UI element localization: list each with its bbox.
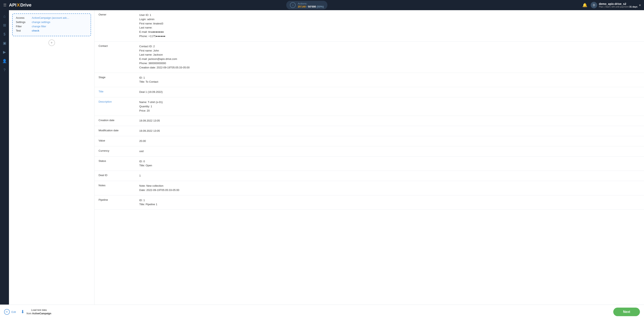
source-test-row: Test check [16, 29, 87, 32]
table-row: Creation date19.09.2022 13:05 [94, 116, 644, 126]
filter-label: Filter [16, 25, 30, 28]
main-layout: ⌂ ⊞ $ ▣ ▶ 👤 ? Access ActiveCampaign (acc… [0, 10, 644, 304]
table-row: TitleDeal 1 (19.09.2022) [94, 87, 644, 97]
sidebar-item-help[interactable]: ? [1, 66, 8, 74]
row-label: Owner [94, 10, 135, 41]
row-label: Notes [94, 181, 135, 195]
row-value: Note: New collectionDate: 2022-09-19T05:… [135, 181, 644, 195]
change-settings-link[interactable]: change settings [32, 20, 50, 24]
sidebar-item-grid[interactable]: ⊞ [1, 22, 8, 29]
row-label: Title [94, 87, 135, 97]
row-value: 19.09.2022 13:05 [135, 116, 644, 126]
footer: ✏ Edit ⬇ Load test data from ActiveCampa… [0, 304, 644, 319]
load-line2: from ActiveCampaign [26, 312, 51, 315]
row-value: ID: 0Title: Open [135, 156, 644, 171]
table-row: Value20.00 [94, 136, 644, 146]
row-label: Deal ID [94, 171, 135, 181]
sidebar-item-user[interactable]: 👤 [1, 58, 8, 65]
footer-left: ✏ Edit ⬇ Load test data from ActiveCampa… [4, 308, 51, 315]
actions-badge: i Actions: 25'140 / 50'000 (50%) [286, 1, 328, 9]
row-value: ID: 1Title: To Contact [135, 73, 644, 87]
row-value: 1 [135, 171, 644, 181]
actions-count: 25'140 / 50'000 (50%) [298, 5, 324, 8]
user-info: D demo_apix-drive_s2 Plan | Start | left… [591, 2, 641, 8]
sidebar: ⌂ ⊞ $ ▣ ▶ 👤 ? [0, 10, 9, 304]
right-panel: OwnerUser ID: 1Login: adminFirst name: t… [94, 10, 644, 304]
header: ☰ API X Drive i Actions: 25'140 / 50'000… [0, 0, 644, 10]
row-value: 19.09.2022 13:05 [135, 126, 644, 136]
edit-label: Edit [12, 310, 16, 314]
hamburger-icon[interactable]: ☰ [3, 3, 6, 7]
row-label: Contact [94, 41, 135, 73]
bell-icon[interactable]: 🔔 [582, 3, 588, 8]
settings-label: Settings [16, 20, 30, 24]
source-filter-row: Filter change filter [16, 25, 87, 28]
edit-icon: ✏ [4, 309, 10, 315]
table-row: PipelineID: 1Title: Pipeline 1 [94, 195, 644, 210]
row-value: Contact ID: 2First name: JohnLast name: … [135, 41, 644, 73]
sidebar-item-play[interactable]: ▶ [1, 48, 8, 56]
table-row: OwnerUser ID: 1Login: adminFirst name: t… [94, 10, 644, 41]
add-button[interactable]: + [48, 40, 55, 46]
load-line1: Load test data [26, 308, 51, 312]
row-value: Name: T-shirt (s-01)Quantity: 1Price: 20 [135, 97, 644, 116]
load-test-data-button[interactable]: ⬇ Load test data from ActiveCampaign [21, 308, 51, 315]
header-left: ☰ API X Drive [3, 2, 31, 8]
actions-separator: / [306, 5, 308, 8]
avatar: D [591, 2, 597, 8]
sidebar-item-dollar[interactable]: $ [1, 30, 8, 38]
table-row: Currencyusd [94, 146, 644, 156]
row-label: Status [94, 156, 135, 171]
table-row: DescriptionName: T-shirt (s-01)Quantity:… [94, 97, 644, 116]
row-label: Description [94, 97, 135, 116]
info-icon: i [290, 2, 296, 8]
logo-drive: Drive [20, 2, 31, 8]
actions-text: Actions: 25'140 / 50'000 (50%) [298, 2, 324, 8]
source-settings-row: Settings change settings [16, 20, 87, 24]
logo: API X Drive [9, 2, 31, 8]
actions-used: 25'140 [298, 5, 306, 8]
access-value[interactable]: ActiveCampaign (account adc... [32, 16, 69, 19]
user-plan: Plan | Start | left until payment 31 day… [599, 6, 638, 8]
row-label: Currency [94, 146, 135, 156]
actions-label: Actions: [298, 2, 324, 5]
logo-api: API [9, 2, 16, 8]
sidebar-item-briefcase[interactable]: ▣ [1, 40, 8, 47]
row-label: Value [94, 136, 135, 146]
actions-total: 50'000 [308, 5, 316, 8]
table-row: Deal ID1 [94, 171, 644, 181]
header-right: 🔔 D demo_apix-drive_s2 Plan | Start | le… [582, 2, 641, 8]
row-label: Creation date [94, 116, 135, 126]
sidebar-item-home[interactable]: ⌂ [1, 12, 8, 20]
row-value: User ID: 1Login: adminFirst name: tinate… [135, 10, 644, 41]
user-details: demo_apix-drive_s2 Plan | Start | left u… [599, 2, 638, 8]
test-label: Test [16, 29, 30, 32]
row-value: Deal 1 (19.09.2022) [135, 87, 644, 97]
table-row: NotesNote: New collectionDate: 2022-09-1… [94, 181, 644, 195]
change-filter-link[interactable]: change filter [32, 25, 46, 28]
table-row: StageID: 1Title: To Contact [94, 73, 644, 87]
check-link[interactable]: check [32, 29, 39, 32]
row-value: usd [135, 146, 644, 156]
download-icon: ⬇ [21, 309, 24, 314]
row-value: 20.00 [135, 136, 644, 146]
table-row: ContactContact ID: 2First name: JohnLast… [94, 41, 644, 73]
access-label: Access [16, 16, 30, 19]
user-name: demo_apix-drive_s2 [599, 2, 638, 6]
load-text: Load test data from ActiveCampaign [26, 308, 51, 315]
table-row: Modification date19.09.2022 13:05 [94, 126, 644, 136]
row-label: Stage [94, 73, 135, 87]
edit-button[interactable]: ✏ Edit [4, 309, 16, 315]
logo-x: X [17, 2, 20, 8]
content-area: Access ActiveCampaign (account adc... Se… [9, 10, 644, 304]
detail-table: OwnerUser ID: 1Login: adminFirst name: t… [94, 10, 644, 210]
chevron-down-icon[interactable]: ▾ [639, 3, 641, 7]
source-card: Access ActiveCampaign (account adc... Se… [12, 14, 91, 36]
row-value: ID: 1Title: Pipeline 1 [135, 195, 644, 210]
table-row: StatusID: 0Title: Open [94, 156, 644, 171]
source-access-row: Access ActiveCampaign (account adc... [16, 16, 87, 19]
left-panel: Access ActiveCampaign (account adc... Se… [9, 10, 94, 304]
next-button[interactable]: Next [613, 308, 640, 316]
row-label: Pipeline [94, 195, 135, 210]
row-label: Modification date [94, 126, 135, 136]
